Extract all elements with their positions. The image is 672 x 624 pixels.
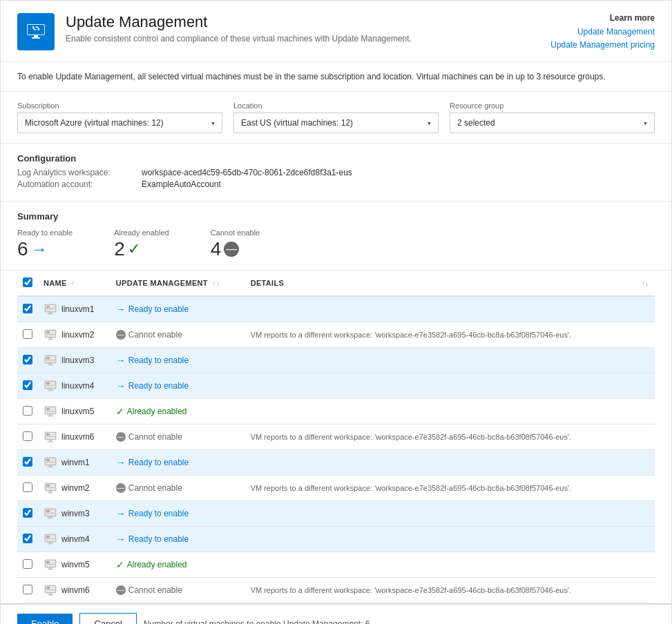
vm-icon (44, 558, 57, 572)
resource-group-select[interactable]: 2 selected ▾ (450, 113, 655, 133)
svg-rect-58 (48, 518, 53, 519)
name-cell-content: linuxvm6 (44, 430, 105, 444)
row-checkbox-cell (17, 476, 38, 501)
cancel-button[interactable]: Cancel (79, 613, 136, 624)
col-name-header: NAME ↑ (38, 271, 111, 296)
automation-label: Automation account: (17, 179, 142, 189)
svg-rect-45 (49, 465, 52, 467)
location-label: Location (233, 101, 439, 110)
row-details-cell (245, 348, 634, 373)
table-row: winvm4 → Ready to enable (17, 527, 655, 552)
row-checkbox-linuxvm2[interactable] (23, 329, 32, 339)
svg-rect-33 (49, 414, 52, 416)
check-icon: ✓ (116, 406, 124, 417)
row-extra-cell (634, 476, 655, 501)
row-name-cell: linuxvm5 (38, 399, 111, 425)
row-checkbox-linuxvm4[interactable] (23, 380, 32, 390)
update-management-link[interactable]: Update Management (550, 26, 655, 39)
status-enabled: ✓ Already enabled (116, 406, 240, 417)
col-update-label: UPDATE MANAGEMENT (116, 279, 208, 287)
vm-name: winvm3 (61, 509, 90, 518)
row-checkbox-winvm6[interactable] (23, 585, 32, 594)
location-value: East US (virtual machines: 12) (241, 118, 353, 128)
svg-rect-18 (46, 334, 55, 335)
ready-number: 6 (17, 238, 28, 260)
table-row: linuxvm5 ✓ Already enabled (17, 399, 655, 425)
name-sort-icon[interactable]: ↑ (71, 280, 75, 287)
resource-group-label: Resource group (450, 101, 655, 110)
svg-rect-48 (46, 462, 55, 462)
row-name-cell: winvm3 (38, 501, 111, 527)
row-extra-cell (634, 527, 655, 552)
row-details-cell: VM reports to a different workspace: 'wo… (245, 578, 634, 603)
col-name-label: NAME (44, 279, 67, 287)
row-name-cell: linuxvm1 (38, 296, 111, 322)
update-management-pricing-link[interactable]: Update Management pricing (550, 39, 655, 52)
info-bar-text: To enable Update Management, all selecte… (17, 72, 606, 81)
row-checkbox-winvm1[interactable] (23, 457, 32, 467)
header-links: Learn more Update Management Update Mana… (550, 13, 655, 52)
svg-rect-17 (46, 331, 50, 333)
vm-name: linuxvm1 (61, 304, 94, 314)
svg-rect-64 (48, 543, 53, 545)
select-all-header[interactable] (17, 271, 38, 296)
row-details-cell: VM reports to a different workspace: 'wo… (245, 322, 634, 348)
extra-sort-icon: ↑↓ (642, 280, 649, 287)
location-select[interactable]: East US (virtual machines: 12) ▾ (233, 113, 439, 133)
row-checkbox-cell (17, 322, 38, 348)
vm-name: linuxvm5 (61, 407, 94, 416)
name-cell-content: winvm2 (44, 481, 105, 495)
vm-icon (44, 404, 57, 418)
row-status-cell: — Cannot enable (111, 578, 245, 603)
status-ready: → Ready to enable (116, 380, 240, 391)
row-checkbox-winvm2[interactable] (23, 482, 32, 492)
svg-rect-10 (48, 313, 53, 315)
vm-name: winvm5 (61, 560, 90, 569)
svg-rect-46 (48, 467, 53, 468)
summary-cards: Ready to enable 6 → Already enabled 2 ✓ … (17, 228, 655, 260)
name-cell-content: linuxvm1 (44, 302, 105, 316)
col-extra-header: ↑↓ (634, 271, 655, 296)
svg-rect-5 (34, 35, 38, 37)
row-checkbox-winvm3[interactable] (23, 508, 32, 518)
configuration-title: Configuration (17, 153, 655, 164)
svg-rect-47 (46, 459, 50, 461)
row-checkbox-linuxvm5[interactable] (23, 406, 32, 416)
row-checkbox-winvm4[interactable] (23, 534, 32, 543)
name-cell-content: winvm6 (44, 583, 105, 597)
row-checkbox-cell (17, 450, 38, 476)
row-extra-cell (634, 399, 655, 425)
row-name-cell: winvm2 (38, 476, 111, 501)
row-extra-cell (634, 322, 655, 348)
row-checkbox-linuxvm1[interactable] (23, 304, 32, 313)
vm-name: linuxvm4 (61, 381, 94, 391)
svg-rect-72 (46, 564, 55, 565)
page-description: Enable consistent control and compliance… (66, 34, 550, 43)
svg-rect-70 (48, 569, 53, 570)
name-cell-content: linuxvm2 (44, 328, 105, 342)
check-icon: ✓ (116, 559, 124, 570)
row-checkbox-linuxvm3[interactable] (23, 355, 32, 364)
details-text: VM reports to a different workspace: 'wo… (251, 484, 571, 492)
update-sort-icon[interactable]: ↑↓ (212, 280, 220, 287)
vm-icon (44, 507, 57, 520)
row-checkbox-cell (17, 425, 38, 450)
ready-arrow-icon: → (116, 380, 126, 391)
vm-name: winvm4 (61, 534, 90, 544)
row-status-cell: → Ready to enable (111, 373, 245, 399)
row-checkbox-linuxvm6[interactable] (23, 431, 32, 441)
already-enabled-card: Already enabled 2 ✓ (114, 228, 169, 260)
workspace-value: workspace-aced4c59-65db-470c-8061-2dce6f… (142, 168, 352, 177)
row-status-cell: → Ready to enable (111, 501, 245, 527)
summary-section: Summary Ready to enable 6 → Already enab… (1, 202, 671, 271)
row-name-cell: linuxvm3 (38, 348, 111, 373)
subscription-select[interactable]: Microsoft Azure (virtual machines: 12) ▾ (17, 113, 222, 133)
row-checkbox-cell (17, 527, 38, 552)
svg-rect-16 (48, 339, 53, 340)
enable-button[interactable]: Enable (17, 614, 73, 624)
vm-table: NAME ↑ UPDATE MANAGEMENT ↑↓ DETAILS ↑↓ (17, 271, 655, 603)
select-all-checkbox[interactable] (23, 277, 32, 287)
svg-rect-23 (46, 357, 50, 359)
row-status-cell: — Cannot enable (111, 425, 245, 450)
row-checkbox-winvm5[interactable] (23, 559, 32, 569)
